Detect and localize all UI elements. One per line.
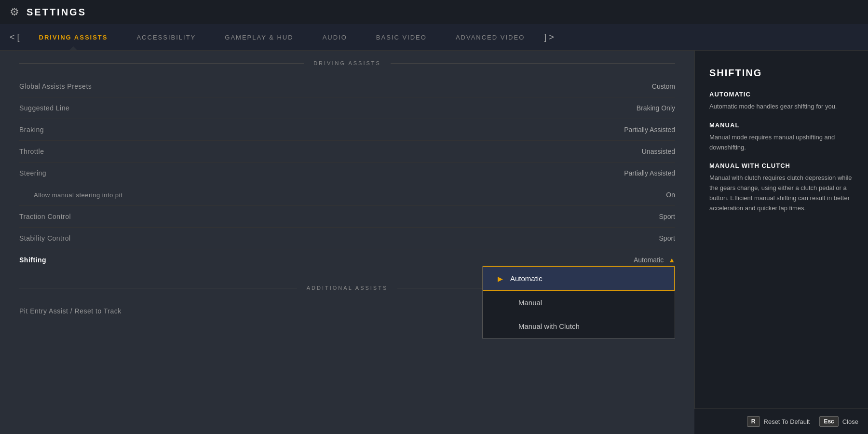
close-button[interactable]: Esc Close [819, 416, 858, 427]
info-text-manual-with-clutch: Manual with clutch requires clutch depre… [709, 173, 854, 213]
info-panel-title: SHIFTING [709, 68, 854, 79]
tab-driving-assists[interactable]: DRIVING ASSISTS [25, 24, 122, 50]
driving-assists-label: DRIVING ASSISTS [313, 60, 381, 66]
setting-row-throttle[interactable]: Throttle Unassisted [19, 141, 675, 163]
label-pit-entry: Pit Entry Assist / Reset to Track [19, 307, 122, 315]
reset-key: R [747, 416, 760, 427]
label-traction-control: Traction Control [19, 213, 71, 220]
label-braking: Braking [19, 126, 44, 134]
label-steering: Steering [19, 169, 46, 177]
dropdown-option-manual[interactable]: Manual [483, 291, 675, 314]
main-content: DRIVING ASSISTS Global Assists Presets C… [0, 51, 868, 434]
setting-row-steering[interactable]: Steering Partially Assisted [19, 163, 675, 184]
label-throttle: Throttle [19, 148, 44, 155]
left-panel: DRIVING ASSISTS Global Assists Presets C… [0, 51, 694, 434]
shifting-value-display[interactable]: Automatic ▲ [579, 256, 675, 264]
setting-row-suggested-line[interactable]: Suggested Line Braking Only [19, 97, 675, 119]
value-steering: Partially Assisted [579, 169, 675, 177]
tab-basic-video[interactable]: BASIC VIDEO [362, 24, 441, 50]
tab-advanced-video[interactable]: ADVANCED VIDEO [441, 24, 539, 50]
app-title: SETTINGS [27, 7, 86, 18]
selected-arrow-icon: ▶ [498, 275, 503, 283]
dropdown-option-manual-with-clutch[interactable]: Manual with Clutch [483, 314, 675, 338]
value-braking: Partially Assisted [579, 126, 675, 134]
setting-row-shifting[interactable]: Shifting Automatic ▲ ▶ Automatic [19, 249, 675, 271]
value-allow-manual-steering: On [579, 191, 675, 199]
nav-prev-arrow[interactable]: < [ [5, 32, 25, 42]
tab-audio[interactable]: AUDIO [308, 24, 362, 50]
label-allow-manual-steering: Allow manual steering into pit [19, 191, 122, 199]
setting-row-traction-control[interactable]: Traction Control Sport [19, 206, 675, 228]
chevron-up-icon: ▲ [668, 256, 675, 264]
info-text-manual: Manual mode requires manual upshifting a… [709, 133, 854, 153]
setting-row-allow-manual-steering[interactable]: Allow manual steering into pit On [19, 184, 675, 206]
driving-assists-header: DRIVING ASSISTS [0, 51, 694, 76]
close-key: Esc [819, 416, 838, 427]
shifting-dropdown-container: Automatic ▲ ▶ Automatic Manual [579, 256, 675, 264]
tab-gameplay-hud[interactable]: GAMEPLAY & HUD [210, 24, 308, 50]
info-section-manual: MANUAL Manual mode requires manual upshi… [709, 122, 854, 153]
info-section-automatic: AUTOMATIC Automatic mode handles gear sh… [709, 91, 854, 112]
info-title-manual: MANUAL [709, 122, 854, 129]
value-throttle: Unassisted [579, 148, 675, 155]
info-title-automatic: AUTOMATIC [709, 91, 854, 98]
nav-tabs: < [ DRIVING ASSISTS ACCESSIBILITY GAMEPL… [0, 24, 868, 51]
additional-assists-label: ADDITIONAL ASSISTS [307, 285, 388, 291]
setting-row-global-assists[interactable]: Global Assists Presets Custom [19, 76, 675, 97]
nav-next-arrow[interactable]: ] > [539, 32, 559, 42]
settings-icon: ⚙ [10, 6, 19, 18]
info-title-manual-with-clutch: MANUAL WITH CLUTCH [709, 162, 854, 169]
close-label: Close [842, 418, 858, 425]
footer-buttons: R Reset To Default Esc Close [694, 408, 868, 434]
setting-row-stability-control[interactable]: Stability Control Sport [19, 228, 675, 249]
label-global-assists: Global Assists Presets [19, 82, 92, 90]
label-shifting: Shifting [19, 256, 46, 264]
top-bar: ⚙ SETTINGS [0, 0, 868, 24]
reset-button[interactable]: R Reset To Default [747, 416, 810, 427]
value-global-assists: Custom [579, 82, 675, 90]
label-stability-control: Stability Control [19, 234, 71, 242]
label-suggested-line: Suggested Line [19, 104, 69, 112]
info-section-manual-with-clutch: MANUAL WITH CLUTCH Manual with clutch re… [709, 162, 854, 213]
value-stability-control: Sport [579, 234, 675, 242]
value-traction-control: Sport [579, 213, 675, 220]
reset-label: Reset To Default [764, 418, 810, 425]
value-suggested-line: Braking Only [579, 104, 675, 112]
info-text-automatic: Automatic mode handles gear shifting for… [709, 102, 854, 112]
dropdown-option-automatic[interactable]: ▶ Automatic [483, 266, 675, 291]
tab-accessibility[interactable]: ACCESSIBILITY [122, 24, 210, 50]
settings-list: Global Assists Presets Custom Suggested … [0, 76, 694, 271]
right-panel: SHIFTING AUTOMATIC Automatic mode handle… [694, 51, 868, 434]
setting-row-braking[interactable]: Braking Partially Assisted [19, 119, 675, 141]
shifting-dropdown-menu: ▶ Automatic Manual Manual with Clutch [482, 266, 675, 339]
